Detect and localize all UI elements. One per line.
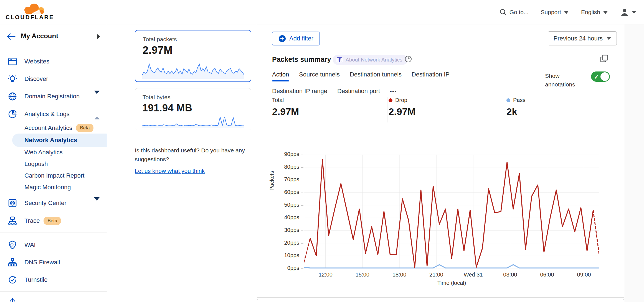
y-axis-title: Packets [269,171,275,191]
sparkle-icon [8,297,17,302]
more-tabs-button[interactable]: ••• [390,88,397,98]
sidebar-item-magic-monitoring[interactable]: Magic Monitoring [0,180,107,195]
book-icon [336,57,343,63]
time-range-select[interactable]: Previous 24 hours [548,31,617,45]
logo-wordmark: CLOUDFLARE [6,14,54,21]
bytes-sparkline [142,115,244,128]
globe-icon [8,92,17,101]
total-packets-value: 2.97M [143,44,173,56]
card-title: Total packets [143,36,177,43]
chart-type-icon[interactable] [404,55,412,63]
sidebar-item-label: Web Analytics [24,149,63,156]
y-tick-label: 20pps [277,240,299,246]
chevron-down-icon [94,91,100,99]
y-tick-label: 80pps [277,164,299,170]
drop-legend-dot [389,98,392,102]
chevron-right-icon[interactable] [97,34,100,39]
stat-value: 2.97M [389,106,415,117]
sidebar-item-dns-firewall[interactable]: DNS Firewall [0,254,107,271]
pass-legend-dot [506,98,510,102]
account-menu[interactable] [620,8,636,17]
add-filter-button[interactable]: Add filter [272,32,320,45]
sidebar-item-security-center[interactable]: Security Center [0,194,107,212]
language-label: English [581,9,600,16]
sidebar-item-label: Trace Beta [24,217,61,225]
tab-destination-port[interactable]: Destination port [337,88,380,98]
chevron-down-icon [94,197,100,205]
panel-title: Packets summary [272,55,331,63]
beta-badge: Beta [44,217,61,225]
trace-icon [8,216,17,226]
sidebar-item-label: Turnstile [24,276,48,283]
sidebar-item-trace[interactable]: Trace Beta [0,212,107,229]
x-tick-label: Wed 31 [458,272,488,278]
stat-label: Drop [395,97,407,103]
divider [505,97,505,122]
card-title: Total bytes [143,94,170,101]
sidebar-item-label: Account Analytics Beta [24,124,93,132]
about-network-analytics-badge[interactable]: About Network Analytics [333,55,407,65]
pie-chart-icon [8,109,17,119]
sidebar-item-analytics-logs[interactable]: Analytics & Logs [0,106,107,123]
y-tick-label: 70pps [277,176,299,183]
plus-circle-icon [278,35,286,42]
tab-destination-tunnels[interactable]: Destination tunnels [350,71,402,81]
sidebar-item-label: DNS Firewall [24,259,60,266]
packets-sparkline [142,62,244,79]
divider [257,52,624,52]
y-tick-label: 0pps [277,265,299,271]
sidebar-item-turnstile[interactable]: Turnstile [0,271,107,288]
y-tick-label: 30pps [277,227,299,233]
sidebar-item-domain-registration[interactable]: Domain Registration [0,88,107,105]
sidebar-item-websites[interactable]: Websites [0,53,107,70]
total-bytes-card[interactable]: Total bytes 191.94 MB [135,88,251,130]
duplicate-expand-icon[interactable] [600,54,609,63]
language-menu[interactable]: English [581,9,608,16]
tab-destination-ip-range[interactable]: Destination IP range [272,88,327,98]
x-tick-label: 15:00 [347,272,378,278]
chevron-down-icon [632,11,636,14]
account-name[interactable]: My Account [21,32,58,40]
dimension-tabs: Action Source tunnels Destination tunnel… [272,71,511,98]
stat-value: 2.97M [272,106,299,117]
sidebar-item-label: Analytics & Logs [24,111,70,118]
x-tick-label: 03:00 [495,272,525,278]
toggle-knob [600,72,609,81]
x-tick-label: 21:00 [421,272,452,278]
tab-action[interactable]: Action [272,71,289,81]
stat-total: Total 2.97M [272,97,299,117]
analytics-panel: Add filter Previous 24 hours Packets sum… [257,24,624,298]
sidebar-item-discover[interactable]: Discover [0,70,107,88]
tab-destination-ip[interactable]: Destination IP [412,71,450,81]
divider [0,232,107,232]
sidebar-item-label: Network Analytics [24,137,77,144]
chevron-down-icon [564,11,569,14]
time-range-value: Previous 24 hours [554,35,603,42]
back-arrow-icon[interactable] [6,33,16,40]
tab-source-tunnels[interactable]: Source tunnels [299,71,340,81]
x-tick-label: 09:00 [569,272,599,278]
y-tick-label: 10pps [277,252,299,259]
support-menu[interactable]: Support [541,9,569,16]
y-tick-label: 50pps [277,202,299,208]
packets-time-series-chart[interactable] [304,155,599,268]
beta-badge: Beta [76,124,93,132]
show-annotations-toggle[interactable]: ✓ [591,71,610,82]
cloudflare-logo[interactable]: CLOUDFLARE [6,2,54,23]
y-tick-label: 90pps [277,151,299,157]
check-icon: ✓ [594,74,599,80]
sidebar-item-label: Websites [24,58,49,65]
total-packets-card[interactable]: Total packets 2.97M [135,30,251,82]
sidebar-item-waf[interactable]: WAF [0,236,107,254]
y-tick-label: 60pps [277,189,299,195]
stat-drop: Drop 2.97M [389,97,415,117]
chevron-down-icon [603,11,608,14]
refresh-check-icon [8,275,17,285]
goto-search[interactable]: Go to... [500,9,529,16]
stat-value: 2k [506,106,525,117]
y-tick-label: 40pps [277,214,299,221]
cloudflare-dashboard: CLOUDFLARE Go to... Support English [0,0,644,302]
lightbulb-icon [8,74,17,84]
feedback-link[interactable]: Let us know what you think [135,167,205,175]
divider [0,291,107,292]
